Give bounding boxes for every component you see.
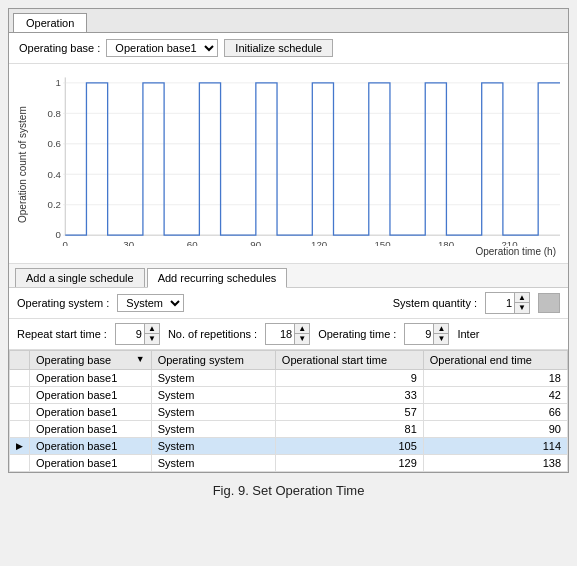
svg-text:60: 60	[187, 239, 198, 246]
cell-end-2: 66	[423, 404, 567, 421]
table-header-row: Operating base ▼ Operating system Operat…	[10, 351, 568, 370]
color-box	[538, 293, 560, 313]
cell-base-2: Operation base1	[30, 404, 152, 421]
operating-base-select[interactable]: Operation base1	[106, 39, 218, 57]
nor-spinner-up[interactable]: ▲	[295, 324, 309, 334]
sort-icon[interactable]: ▼	[136, 354, 145, 364]
th-end-time: Operational end time	[423, 351, 567, 370]
tab-recurring-schedules[interactable]: Add recurring schedules	[147, 268, 288, 288]
repeat-start-time-label: Repeat start time :	[17, 328, 107, 340]
ot-spinner-down[interactable]: ▼	[434, 334, 448, 344]
cell-start-2: 57	[275, 404, 423, 421]
th-operating-base: Operating base ▼	[30, 351, 152, 370]
spinner-up[interactable]: ▲	[515, 293, 529, 303]
cell-base-5: Operation base1	[30, 455, 152, 472]
controls-row-2: Repeat start time : ▲ ▼ No. of repetitio…	[9, 319, 568, 350]
schedule-tab-bar: Add a single schedule Add recurring sche…	[9, 264, 568, 288]
table-row[interactable]: Operation base1 System 9 18	[10, 370, 568, 387]
cell-base-3: Operation base1	[30, 421, 152, 438]
row-arrow-0	[10, 370, 30, 387]
row-arrow-2	[10, 404, 30, 421]
cell-start-1: 33	[275, 387, 423, 404]
repeat-start-time-spinner[interactable]: ▲ ▼	[115, 323, 160, 345]
cell-base-4: Operation base1	[30, 438, 152, 455]
cell-system-5: System	[151, 455, 275, 472]
cell-system-2: System	[151, 404, 275, 421]
svg-text:120: 120	[311, 239, 328, 246]
chart-inner: 0 0.2 0.4 0.6 0.8 1 0 30 60 90 120 150 1…	[33, 72, 560, 257]
num-repetitions-spinner[interactable]: ▲ ▼	[265, 323, 310, 345]
svg-text:0: 0	[63, 239, 69, 246]
top-bar: Operating base : Operation base1 Initial…	[9, 33, 568, 64]
repeat-start-time-input[interactable]	[116, 327, 144, 341]
th-arrow	[10, 351, 30, 370]
row-arrow-1	[10, 387, 30, 404]
cell-end-0: 18	[423, 370, 567, 387]
svg-text:1: 1	[56, 77, 61, 88]
spinner-buttons: ▲ ▼	[514, 293, 529, 313]
rst-spinner-down[interactable]: ▼	[145, 334, 159, 344]
table-row[interactable]: Operation base1 System 81 90	[10, 421, 568, 438]
cell-system-3: System	[151, 421, 275, 438]
ot-spinner-up[interactable]: ▲	[434, 324, 448, 334]
initialize-schedule-button[interactable]: Initialize schedule	[224, 39, 333, 57]
operating-time-input[interactable]	[405, 327, 433, 341]
cell-system-4: System	[151, 438, 275, 455]
cell-start-0: 9	[275, 370, 423, 387]
svg-text:210: 210	[501, 239, 518, 246]
rst-spinner-up[interactable]: ▲	[145, 324, 159, 334]
svg-text:0.2: 0.2	[48, 199, 61, 210]
cell-end-4: 114	[423, 438, 567, 455]
schedule-table: Operating base ▼ Operating system Operat…	[9, 350, 568, 472]
inter-label: Inter	[457, 328, 479, 340]
system-quantity-label: System quantity :	[393, 297, 477, 309]
rst-spinner-buttons: ▲ ▼	[144, 324, 159, 344]
tab-single-schedule[interactable]: Add a single schedule	[15, 268, 145, 287]
table-row[interactable]: Operation base1 System 33 42	[10, 387, 568, 404]
cell-start-3: 81	[275, 421, 423, 438]
chart-area: Operation count of system	[9, 64, 568, 264]
tab-operation[interactable]: Operation	[13, 13, 87, 32]
svg-text:0.4: 0.4	[48, 168, 62, 179]
svg-text:90: 90	[250, 239, 261, 246]
num-repetitions-input[interactable]	[266, 327, 294, 341]
nor-spinner-buttons: ▲ ▼	[294, 324, 309, 344]
chart-svg: 0 0.2 0.4 0.6 0.8 1 0 30 60 90 120 150 1…	[33, 72, 560, 246]
svg-text:0.8: 0.8	[48, 108, 61, 119]
svg-text:0: 0	[56, 229, 62, 240]
x-axis-label: Operation time (h)	[33, 246, 560, 257]
row-arrow-3	[10, 421, 30, 438]
cell-start-4: 105	[275, 438, 423, 455]
cell-end-1: 42	[423, 387, 567, 404]
cell-end-5: 138	[423, 455, 567, 472]
system-quantity-input[interactable]	[486, 296, 514, 310]
system-quantity-spinner[interactable]: ▲ ▼	[485, 292, 530, 314]
th-start-time: Operational start time	[275, 351, 423, 370]
th-operating-system: Operating system	[151, 351, 275, 370]
cell-end-3: 90	[423, 421, 567, 438]
tab-bar: Operation	[9, 9, 568, 33]
cell-base-1: Operation base1	[30, 387, 152, 404]
table-container: Operating base ▼ Operating system Operat…	[9, 350, 568, 472]
cell-start-5: 129	[275, 455, 423, 472]
table-row[interactable]: ▶ Operation base1 System 105 114	[10, 438, 568, 455]
operating-system-select[interactable]: System	[117, 294, 184, 312]
cell-base-0: Operation base1	[30, 370, 152, 387]
spinner-down[interactable]: ▼	[515, 303, 529, 313]
chart-visualization: 0 0.2 0.4 0.6 0.8 1 0 30 60 90 120 150 1…	[33, 72, 560, 246]
main-window: Operation Operating base : Operation bas…	[8, 8, 569, 473]
operating-base-label: Operating base :	[19, 42, 100, 54]
row-arrow-4: ▶	[10, 438, 30, 455]
nor-spinner-down[interactable]: ▼	[295, 334, 309, 344]
cell-system-0: System	[151, 370, 275, 387]
figure-caption: Fig. 9. Set Operation Time	[8, 473, 569, 502]
svg-text:30: 30	[123, 239, 134, 246]
controls-row-1: Operating system : System System quantit…	[9, 288, 568, 319]
operating-system-label: Operating system :	[17, 297, 109, 309]
table-body: Operation base1 System 9 18 Operation ba…	[10, 370, 568, 472]
svg-text:0.6: 0.6	[48, 138, 61, 149]
ot-spinner-buttons: ▲ ▼	[433, 324, 448, 344]
table-row[interactable]: Operation base1 System 57 66	[10, 404, 568, 421]
operating-time-spinner[interactable]: ▲ ▼	[404, 323, 449, 345]
table-row[interactable]: Operation base1 System 129 138	[10, 455, 568, 472]
